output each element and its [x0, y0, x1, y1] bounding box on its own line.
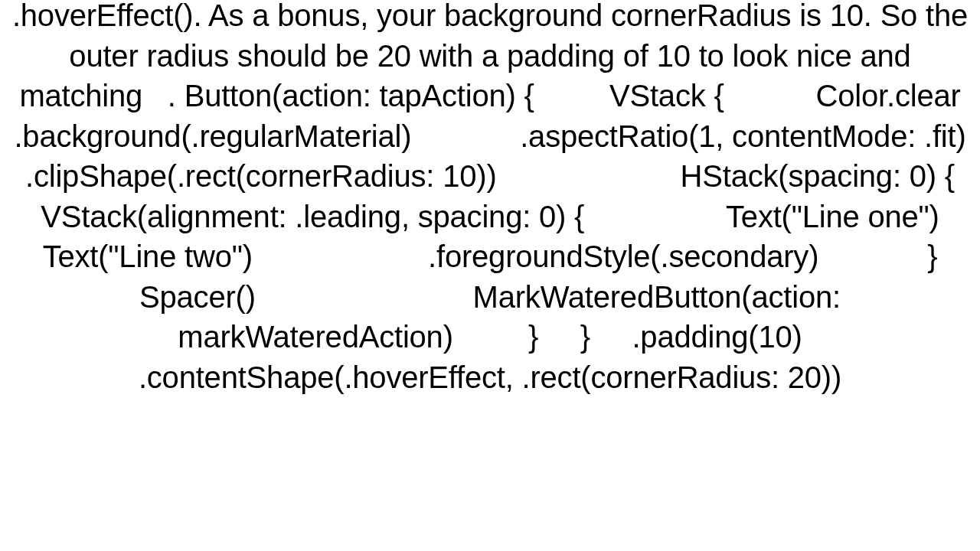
- document-body-text: .hoverEffect(). As a bonus, your backgro…: [8, 0, 972, 397]
- document-viewport: .hoverEffect(). As a bonus, your backgro…: [0, 0, 980, 551]
